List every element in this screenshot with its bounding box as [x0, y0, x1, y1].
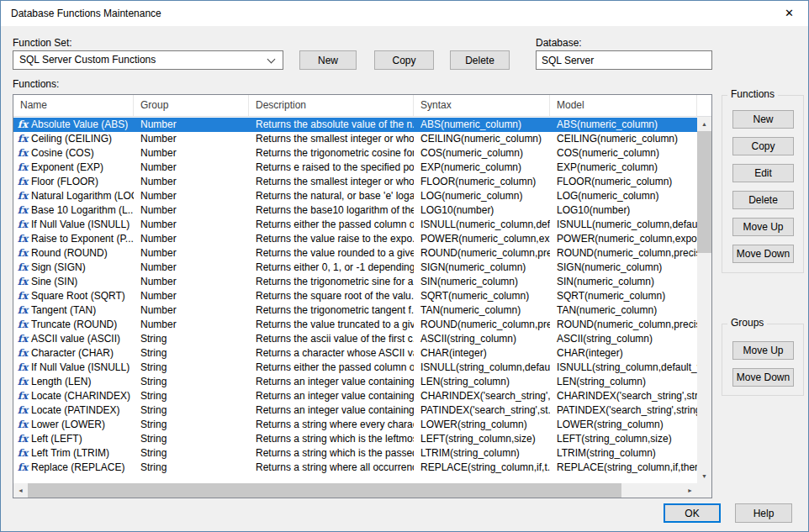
cell-syntax-text: TAN(numeric_column) [420, 304, 521, 316]
cell-syntax-text: LTRIM(string_column) [420, 447, 520, 459]
cell-description: Returns the absolute value of the n... [249, 118, 414, 132]
groups-move-up-button[interactable]: Move Up [732, 341, 794, 360]
function-set-copy-button[interactable]: Copy [374, 50, 434, 70]
table-row[interactable]: fxSign (SIGN)NumberReturns either 0, 1, … [13, 261, 697, 275]
table-row[interactable]: fxCeiling (CEILING)NumberReturns the sma… [13, 132, 697, 146]
table-row[interactable]: fxNatural Logarithm (LOG)NumberReturns t… [13, 189, 697, 203]
function-set-delete-button[interactable]: Delete [450, 50, 510, 70]
table-row[interactable]: fxExponent (EXP)NumberReturns e raised t… [13, 161, 697, 175]
title-bar: Database Functions Maintenance ✕ [1, 1, 808, 26]
table-row[interactable]: fxBase 10 Logarithm (L...NumberReturns t… [13, 203, 697, 218]
groups-move-down-button[interactable]: Move Down [732, 368, 794, 387]
header-cell-group[interactable]: Group [134, 95, 249, 116]
table-row[interactable]: fxTruncate (ROUND)NumberReturns the valu… [13, 318, 697, 332]
table-row[interactable]: fxLength (LEN)StringReturns an integer v… [13, 375, 697, 389]
table-row[interactable]: fxAbsolute Value (ABS)NumberReturns the … [13, 118, 697, 132]
cell-syntax-text: CHARINDEX('search_string',... [420, 390, 550, 402]
scroll-down-button[interactable]: ▼ [697, 469, 711, 483]
table-row[interactable]: fxReplace (REPLACE)StringReturns a strin… [13, 461, 697, 475]
cell-group-text: String [140, 461, 167, 473]
cell-description-text: Returns the smallest integer or whol... [256, 176, 414, 187]
table-row[interactable]: fxIf Null Value (ISNULL)NumberReturns ei… [13, 218, 697, 232]
table-row[interactable]: fxFloor (FLOOR)NumberReturns the smalles… [13, 175, 697, 189]
scroll-up-button[interactable]: ▲ [697, 117, 711, 131]
cell-model-text: ISNULL(string_column,default_v... [557, 361, 697, 373]
cell-group-text: Number [140, 261, 177, 273]
functions-label: Functions: [13, 78, 59, 90]
table-row[interactable]: fxIf Null Value (ISNULL)StringReturns ei… [13, 361, 697, 375]
cell-name-text: Ceiling (CEILING) [31, 132, 112, 146]
close-button[interactable]: ✕ [770, 1, 808, 26]
cell-syntax-text: SQRT(numeric_column) [420, 290, 529, 302]
cell-group: Number [134, 318, 249, 332]
cell-syntax-text: LOWER(string_column) [420, 419, 527, 430]
function-icon: fx [16, 346, 29, 361]
functions-new-button[interactable]: New [732, 110, 794, 129]
table-row[interactable]: fxLocate (CHARINDEX)StringReturns an int… [13, 389, 697, 403]
table-row[interactable]: fxLocate (PATINDEX)StringReturns an inte… [13, 403, 697, 418]
cell-name-text: Locate (CHARINDEX) [31, 389, 130, 403]
vertical-scrollbar[interactable]: ▲ ▼ [697, 117, 711, 483]
cell-name: fxCharacter (CHAR) [13, 346, 134, 361]
scroll-left-button[interactable]: ◄ [13, 483, 28, 498]
vertical-scrollbar-thumb[interactable] [697, 131, 711, 253]
cell-group: String [134, 403, 249, 418]
table-row[interactable]: fxLeft Trim (LTRIM)StringReturns a strin… [13, 446, 697, 461]
table-row[interactable]: fxLeft (LEFT)StringReturns a string whic… [13, 432, 697, 446]
function-set-dropdown[interactable]: SQL Server Custom Functions [13, 50, 283, 70]
header-cell-syntax[interactable]: Syntax [414, 95, 550, 116]
cell-syntax: ROUND(numeric_column,pre... [414, 246, 550, 261]
function-icon: fx [16, 375, 29, 389]
table-row[interactable]: fxCosine (COS)NumberReturns the trigonom… [13, 146, 697, 161]
function-icon: fx [16, 132, 29, 146]
cell-description-text: Returns an integer value containing ... [256, 404, 414, 416]
cell-description: Returns a string where every charac... [249, 418, 414, 432]
cell-description: Returns an integer value containing ... [249, 403, 414, 418]
table-row[interactable]: fxSine (SIN)NumberReturns the trigonomet… [13, 275, 697, 289]
header-filler [697, 95, 711, 116]
function-icon: fx [16, 246, 29, 261]
table-row[interactable]: fxLower (LOWER)StringReturns a string wh… [13, 418, 697, 432]
cell-model-text: CHAR(integer) [557, 347, 623, 359]
functions-move-up-button[interactable]: Move Up [732, 218, 794, 236]
cell-model-text: POWER(numeric_column,expon... [557, 233, 697, 245]
cell-syntax: LTRIM(string_column) [414, 446, 550, 461]
function-set-new-button[interactable]: New [299, 50, 357, 70]
horizontal-scrollbar-thumb[interactable] [28, 483, 621, 498]
function-icon: fx [16, 261, 29, 275]
cell-name: fxRound (ROUND) [13, 246, 134, 261]
table-row[interactable]: fxTangent (TAN)NumberReturns the trigono… [13, 303, 697, 318]
cell-name-text: Floor (FLOOR) [31, 175, 98, 189]
table-row[interactable]: fxSquare Root (SQRT)NumberReturns the sq… [13, 289, 697, 303]
cell-model: LTRIM(string_column) [550, 446, 697, 461]
header-cell-model[interactable]: Model [550, 95, 697, 116]
cell-name: fxExponent (EXP) [13, 161, 134, 175]
cell-group: Number [134, 218, 249, 232]
cell-group: Number [134, 203, 249, 218]
table-row[interactable]: fxRaise to Exponent (P...NumberReturns t… [13, 232, 697, 246]
cell-syntax-text: LEN(string_column) [420, 376, 510, 387]
cell-group-text: Number [140, 233, 177, 245]
ok-button[interactable]: OK [664, 503, 721, 523]
scroll-right-button[interactable]: ► [683, 483, 697, 498]
header-cell-description[interactable]: Description [249, 95, 414, 116]
header-cell-name[interactable]: Name [13, 95, 134, 116]
functions-copy-button[interactable]: Copy [732, 137, 794, 155]
help-button[interactable]: Help [735, 503, 792, 523]
table-row[interactable]: fxASCII value (ASCII)StringReturns the a… [13, 332, 697, 346]
table-row[interactable]: fxRound (ROUND)NumberReturns the value r… [13, 246, 697, 261]
table-row[interactable]: fxCharacter (CHAR)StringReturns a charac… [13, 346, 697, 361]
cell-syntax-text: PATINDEX('search_string',st... [420, 404, 550, 416]
functions-move-down-button[interactable]: Move Down [732, 245, 794, 263]
cell-group: Number [134, 275, 249, 289]
cell-name-text: Natural Logarithm (LOG) [31, 189, 134, 203]
cell-syntax-text: FLOOR(numeric_column) [420, 176, 536, 187]
cell-model: SQRT(numeric_column) [550, 289, 697, 303]
functions-edit-button[interactable]: Edit [732, 164, 794, 182]
function-icon: fx [16, 275, 29, 289]
database-input[interactable] [536, 50, 712, 70]
cell-description: Returns the smallest integer or whol... [249, 132, 414, 146]
horizontal-scrollbar[interactable]: ◄ ► [13, 483, 697, 498]
functions-delete-button[interactable]: Delete [732, 191, 794, 209]
functions-table: Name Group Description Syntax Model fxAb… [13, 94, 712, 498]
